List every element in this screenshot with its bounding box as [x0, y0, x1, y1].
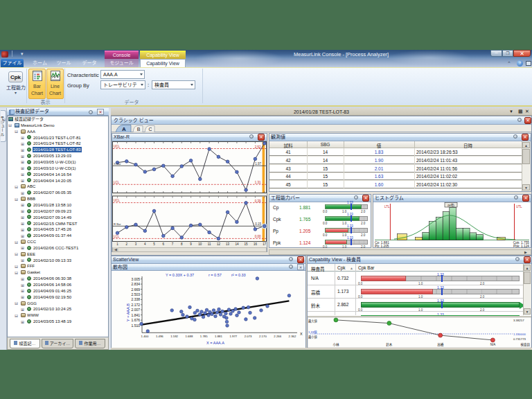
svg-text:10: 10	[198, 242, 202, 246]
svg-text:B: B	[137, 127, 141, 132]
svg-text:N/A: N/A	[490, 343, 496, 346]
svg-text:Y = 0.33X + 0.37: Y = 0.33X + 0.37	[166, 273, 194, 277]
svg-text:1.676: 1.676	[131, 318, 140, 322]
svg-text:3.005: 3.005	[131, 277, 140, 281]
svg-text:2: 2	[126, 242, 128, 246]
svg-text:2.266: 2.266	[274, 335, 281, 338]
svg-text:1.97: 1.97	[255, 162, 261, 166]
svg-text:1.841: 1.841	[131, 313, 140, 317]
svg-text:2.338: 2.338	[131, 297, 140, 301]
svg-text:Y = AAA.B: Y = AAA.B	[126, 303, 130, 321]
svg-text:最小値: 最小値	[308, 335, 318, 339]
svg-text:1: 1	[116, 242, 118, 246]
svg-text:1.977: 1.977	[229, 335, 237, 338]
svg-text:1.400: 1.400	[141, 335, 149, 338]
svg-text:1.31: 1.31	[255, 181, 261, 184]
svg-text:5: 5	[153, 242, 155, 246]
svg-text:12: 12	[217, 242, 221, 246]
svg-text:0.39: 0.39	[255, 200, 261, 203]
svg-text:小林: 小林	[332, 342, 339, 347]
svg-text:1.510: 1.510	[131, 323, 140, 328]
svg-text:3: 3	[135, 242, 137, 246]
svg-text:0.731773: 0.731773	[513, 337, 526, 341]
svg-text:11: 11	[208, 242, 211, 246]
svg-text:検査員: 検査員	[521, 342, 531, 347]
svg-text:16: 16	[254, 242, 258, 246]
svg-text:2.503: 2.503	[131, 292, 140, 296]
svg-text:1.330000: 1.330000	[513, 332, 526, 336]
svg-text:3.38257: 3.38257	[513, 319, 524, 322]
svg-text:X: X	[300, 332, 303, 336]
svg-text:4: 4	[144, 242, 146, 246]
svg-text:r = 0.57: r = 0.57	[209, 273, 222, 277]
svg-text:LCL: LCL	[114, 181, 120, 184]
svg-text:2.52: 2.52	[255, 145, 261, 149]
svg-text:6: 6	[163, 242, 165, 246]
svg-text:UCL: UCL	[114, 199, 120, 202]
svg-text:1.496: 1.496	[156, 335, 163, 338]
svg-text:LCL: LCL	[114, 235, 120, 238]
svg-text:15: 15	[245, 242, 249, 246]
svg-text:1.785: 1.785	[200, 335, 208, 338]
svg-text:2.669: 2.669	[131, 287, 140, 292]
svg-text:(M標): (M標)	[447, 203, 455, 207]
svg-text:LTL: LTL	[384, 205, 390, 209]
svg-text:2.170: 2.170	[259, 335, 267, 338]
svg-text:2.362: 2.362	[289, 335, 296, 338]
svg-text:X-Bar: X-Bar	[114, 162, 121, 166]
svg-text:7: 7	[172, 242, 174, 246]
svg-text:1.33値: 1.33値	[308, 330, 317, 335]
svg-text:1.881: 1.881	[215, 335, 222, 338]
svg-text:C: C	[148, 127, 152, 132]
svg-text:0.00: 0.00	[255, 235, 261, 238]
svg-text:r² = 0.33: r² = 0.33	[231, 273, 246, 277]
svg-text:X = AAA.A: X = AAA.A	[206, 341, 224, 345]
svg-text:高橋: 高橋	[437, 342, 443, 347]
svg-text:2.073: 2.073	[245, 335, 252, 338]
svg-text:UTL: UTL	[516, 205, 522, 209]
svg-text:9: 9	[190, 242, 192, 246]
svg-text:Pp: 1.205: Pp: 1.205	[375, 245, 389, 248]
svg-text:8: 8	[181, 242, 183, 246]
svg-text:鈴木: 鈴木	[386, 342, 392, 347]
svg-text:14: 14	[235, 242, 239, 246]
svg-text:13: 13	[226, 242, 230, 246]
svg-text:0.15: 0.15	[255, 222, 261, 226]
svg-text:2.834: 2.834	[131, 282, 140, 286]
svg-text:2.172: 2.172	[131, 303, 140, 307]
svg-text:17: 17	[263, 242, 267, 246]
svg-text:UCL: UCL	[114, 145, 120, 148]
svg-text:1.688: 1.688	[186, 335, 193, 338]
svg-text:2.007: 2.007	[131, 308, 140, 312]
svg-text:R Bar: R Bar	[114, 222, 121, 226]
svg-text:A: A	[122, 126, 126, 132]
svg-text:最大値: 最大値	[308, 319, 318, 323]
svg-text:1.592: 1.592	[170, 335, 178, 338]
svg-text:Ppk: 1.124: Ppk: 1.124	[513, 245, 529, 248]
